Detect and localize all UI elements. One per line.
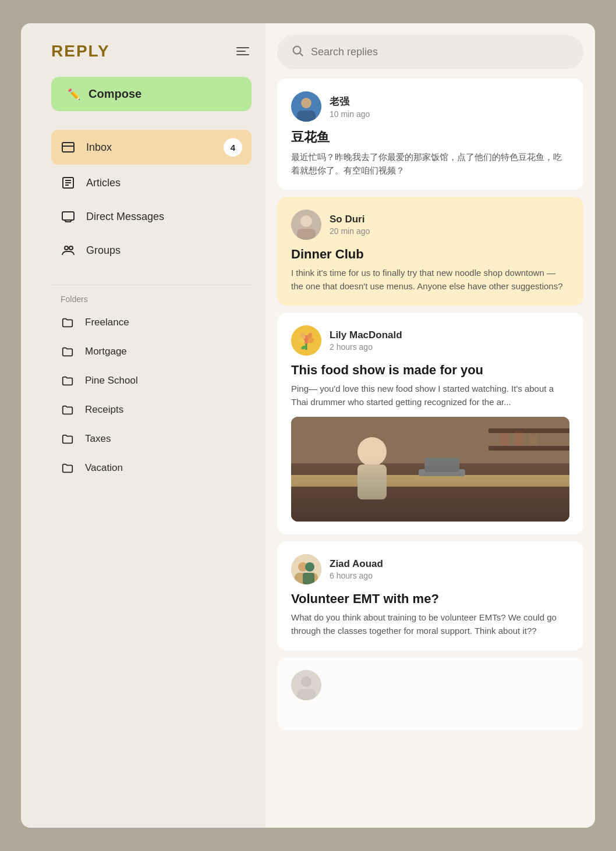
message-header: So Duri 20 min ago <box>291 210 569 240</box>
svg-line-9 <box>300 53 303 56</box>
sender-time: 2 hours ago <box>330 342 402 352</box>
message-header <box>291 670 569 700</box>
sender-time: 20 min ago <box>330 226 370 236</box>
avatar <box>291 554 321 584</box>
sidebar-header: REPLY <box>51 42 252 61</box>
inbox-label: Inbox <box>86 141 213 154</box>
sender-name: Lily MacDonald <box>330 329 402 341</box>
folder-label-receipts: Receipts <box>85 404 123 416</box>
avatar <box>291 325 321 356</box>
svg-point-14 <box>300 215 312 227</box>
direct-messages-label: Direct Messages <box>86 211 242 223</box>
sidebar-item-articles[interactable]: Articles <box>51 167 252 198</box>
inbox-icon <box>61 140 76 155</box>
folder-item-vacation[interactable]: Vacation <box>51 454 252 482</box>
svg-rect-0 <box>62 143 74 152</box>
messages-list: 老强 10 min ago 豆花鱼 最近忙吗？昨晚我去了你最爱的那家饭馆，点了他… <box>265 69 595 828</box>
avatar <box>291 210 321 240</box>
svg-rect-26 <box>291 475 569 487</box>
folder-icon <box>61 461 75 475</box>
direct-messages-icon <box>61 209 76 224</box>
sender-name: So Duri <box>330 214 370 225</box>
svg-point-6 <box>65 246 68 250</box>
svg-point-8 <box>293 47 301 54</box>
sender-name: Ziad Aouad <box>330 558 383 570</box>
nav-divider <box>51 285 252 285</box>
groups-icon <box>61 243 76 258</box>
svg-point-7 <box>69 246 73 250</box>
folder-label-freelance: Freelance <box>85 317 129 328</box>
sender-name: 老强 <box>330 95 370 108</box>
message-title: Dinner Club <box>291 247 569 262</box>
sender-info: Lily MacDonald 2 hours ago <box>330 329 402 352</box>
restaurant-scene-image <box>291 417 569 522</box>
svg-rect-31 <box>488 428 569 433</box>
svg-rect-35 <box>529 434 538 446</box>
svg-rect-34 <box>515 431 523 446</box>
message-title: Volunteer EMT with me? <box>291 591 569 607</box>
sidebar-item-direct-messages[interactable]: Direct Messages <box>51 201 252 232</box>
message-preview: Ping— you'd love this new food show I st… <box>291 382 569 409</box>
message-card[interactable]: So Duri 20 min ago Dinner Club I think i… <box>277 197 583 306</box>
search-bar <box>277 35 583 69</box>
message-title: This food show is made for you <box>291 363 569 378</box>
folder-list: Freelance Mortgage Pine School <box>51 309 252 482</box>
folder-label-pine-school: Pine School <box>85 375 138 387</box>
svg-point-42 <box>301 676 311 687</box>
folder-icon <box>61 374 75 388</box>
sender-time: 6 hours ago <box>330 571 383 580</box>
folder-item-pine-school[interactable]: Pine School <box>51 367 252 395</box>
folder-item-receipts[interactable]: Receipts <box>51 396 252 424</box>
folder-label-taxes: Taxes <box>85 433 111 445</box>
menu-toggle-button[interactable] <box>234 45 252 58</box>
folder-item-mortgage[interactable]: Mortgage <box>51 338 252 366</box>
folder-item-taxes[interactable]: Taxes <box>51 425 252 453</box>
folder-icon <box>61 345 75 359</box>
message-card-partial[interactable] <box>277 657 583 731</box>
folders-heading: Folders <box>51 295 252 304</box>
message-preview: 最近忙吗？昨晚我去了你最爱的那家饭馆，点了他们的特色豆花鱼，吃着就想你了。有空咱… <box>291 151 569 177</box>
articles-label: Articles <box>86 177 242 189</box>
svg-point-38 <box>305 562 314 572</box>
folder-label-mortgage: Mortgage <box>85 346 127 357</box>
svg-rect-30 <box>424 458 459 472</box>
svg-rect-12 <box>297 111 316 122</box>
message-header: 老强 10 min ago <box>291 91 569 122</box>
message-header: Ziad Aouad 6 hours ago <box>291 554 569 584</box>
message-card[interactable]: Ziad Aouad 6 hours ago Volunteer EMT wit… <box>277 541 583 650</box>
groups-label: Groups <box>86 244 242 257</box>
svg-rect-15 <box>297 229 316 240</box>
folder-icon <box>61 432 75 446</box>
svg-rect-32 <box>488 446 569 451</box>
svg-rect-43 <box>297 689 316 700</box>
message-preview: What do you think about training to be v… <box>291 611 569 637</box>
svg-rect-33 <box>500 433 509 446</box>
svg-rect-29 <box>419 469 465 476</box>
sender-info: 老强 10 min ago <box>330 95 370 119</box>
message-card[interactable]: Lily MacDonald 2 hours ago This food sho… <box>277 313 583 534</box>
folder-label-vacation: Vacation <box>85 462 123 474</box>
avatar <box>291 670 321 700</box>
compose-button[interactable]: ✏️ Compose <box>51 77 252 111</box>
sidebar-item-groups[interactable]: Groups <box>51 235 252 266</box>
message-preview: I think it's time for us to finally try … <box>291 267 569 293</box>
folder-item-freelance[interactable]: Freelance <box>51 309 252 336</box>
sidebar-item-inbox[interactable]: Inbox 4 <box>51 130 252 165</box>
compose-label: Compose <box>88 87 141 101</box>
message-title: 豆花鱼 <box>291 129 569 146</box>
svg-rect-28 <box>357 464 387 499</box>
pencil-icon: ✏️ <box>68 88 80 101</box>
folder-icon <box>61 315 75 329</box>
sidebar: REPLY ✏️ Compose Inbox 4 <box>21 23 265 828</box>
app-logo: REPLY <box>51 42 110 61</box>
avatar <box>291 91 321 122</box>
message-card[interactable]: 老强 10 min ago 豆花鱼 最近忙吗？昨晚我去了你最爱的那家饭馆，点了他… <box>277 79 583 190</box>
search-input[interactable] <box>311 46 569 58</box>
app-container: REPLY ✏️ Compose Inbox 4 <box>21 23 595 828</box>
sender-time: 10 min ago <box>330 109 370 119</box>
svg-point-27 <box>357 437 387 466</box>
sender-info: Ziad Aouad 6 hours ago <box>330 558 383 580</box>
svg-rect-5 <box>62 212 74 220</box>
inbox-badge: 4 <box>224 138 242 157</box>
message-image <box>291 417 569 522</box>
